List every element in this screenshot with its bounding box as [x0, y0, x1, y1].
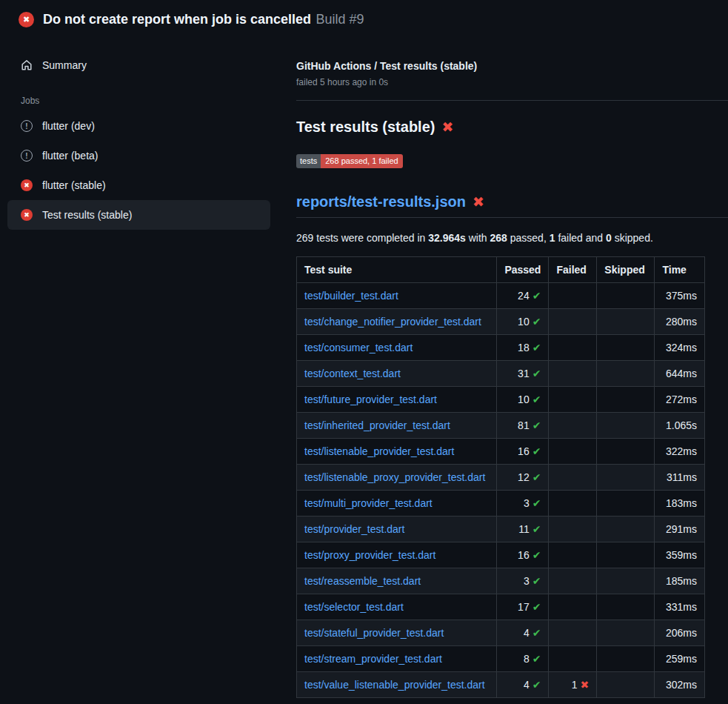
table-row: test/value_listenable_provider_test.dart… — [297, 672, 705, 698]
passed-cell: 3✔ — [497, 491, 549, 517]
tests-status-badge: tests 268 passed, 1 failed — [296, 154, 403, 168]
test-suite-link[interactable]: test/stream_provider_test.dart — [304, 653, 442, 665]
pass-check-icon: ✔ — [532, 368, 541, 379]
neutral-status-icon: ! — [21, 150, 33, 162]
failed-cell — [549, 361, 597, 387]
test-suite-link[interactable]: test/future_provider_test.dart — [304, 393, 437, 405]
badge-value: 268 passed, 1 failed — [321, 154, 402, 168]
table-row: test/reassemble_test.dart3✔185ms — [297, 568, 705, 594]
table-row: test/provider_test.dart11✔291ms — [297, 517, 705, 542]
test-suite-link[interactable]: test/context_test.dart — [304, 368, 401, 379]
pass-check-icon: ✔ — [532, 471, 541, 483]
failed-cell — [549, 335, 597, 361]
skipped-cell — [597, 568, 655, 594]
table-row: test/future_provider_test.dart10✔272ms — [297, 387, 705, 413]
skipped-cell — [597, 491, 655, 517]
failed-x-icon: ✖ — [472, 195, 484, 209]
test-suite-cell: test/stateful_provider_test.dart — [297, 620, 497, 646]
section-title: Test results (stable) ✖ — [296, 119, 728, 136]
summary-seg: failed and — [555, 232, 607, 244]
sidebar-item-flutter-beta[interactable]: ! flutter (beta) — [7, 141, 270, 170]
time-cell: 291ms — [655, 517, 705, 542]
time-cell: 302ms — [655, 672, 705, 698]
skipped-cell — [597, 646, 655, 672]
table-row: test/proxy_provider_test.dart16✔359ms — [297, 542, 705, 568]
summary-seg: with — [466, 232, 490, 244]
test-suite-cell: test/value_listenable_provider_test.dart — [297, 672, 497, 698]
time-cell: 280ms — [655, 309, 705, 335]
divider — [296, 100, 728, 101]
page-title: Do not create report when job is cancell… — [43, 12, 311, 27]
skipped-cell — [597, 542, 655, 568]
jobs-section-label: Jobs — [21, 96, 278, 106]
pass-check-icon: ✔ — [532, 316, 541, 328]
time-cell: 375ms — [655, 283, 705, 309]
test-suite-link[interactable]: test/provider_test.dart — [304, 523, 404, 535]
passed-cell: 12✔ — [497, 465, 549, 491]
home-icon — [21, 59, 33, 71]
test-suite-cell: test/proxy_provider_test.dart — [297, 542, 497, 568]
test-suite-link[interactable]: test/value_listenable_provider_test.dart — [304, 679, 485, 691]
col-header-skipped: Skipped — [597, 257, 655, 283]
skipped-cell — [597, 387, 655, 413]
table-header-row: Test suite Passed Failed Skipped Time — [297, 257, 705, 283]
sidebar-item-flutter-stable[interactable]: ✖ flutter (stable) — [7, 170, 270, 200]
test-suite-link[interactable]: test/change_notifier_provider_test.dart — [304, 316, 481, 328]
sidebar-item-label: flutter (beta) — [42, 150, 98, 162]
time-cell: 324ms — [655, 335, 705, 361]
passed-cell: 17✔ — [497, 594, 549, 620]
test-suite-link[interactable]: test/multi_provider_test.dart — [304, 497, 433, 509]
section-title-text: Test results (stable) — [296, 119, 435, 136]
col-header-failed: Failed — [549, 257, 597, 283]
test-suite-link[interactable]: test/selector_test.dart — [304, 601, 404, 613]
fail-cross-icon: ✖ — [581, 679, 590, 691]
col-header-passed: Passed — [497, 257, 549, 283]
build-number: Build #9 — [316, 12, 364, 27]
test-suite-cell: test/provider_test.dart — [297, 517, 497, 542]
sidebar: Summary Jobs ! flutter (dev) ! flutter (… — [0, 38, 278, 698]
failed-cell — [549, 568, 597, 594]
table-row: test/stream_provider_test.dart8✔259ms — [297, 646, 705, 672]
failed-cell — [549, 646, 597, 672]
passed-cell: 81✔ — [497, 413, 549, 439]
test-suite-link[interactable]: test/stateful_provider_test.dart — [304, 627, 444, 639]
summary-seg: passed, — [507, 232, 550, 244]
table-row: test/multi_provider_test.dart3✔183ms — [297, 491, 705, 517]
skipped-cell — [597, 413, 655, 439]
skipped-cell — [597, 309, 655, 335]
pass-check-icon: ✔ — [532, 497, 541, 509]
failed-cell — [549, 439, 597, 465]
test-suite-link[interactable]: test/builder_test.dart — [304, 290, 398, 302]
pass-check-icon: ✔ — [532, 342, 541, 353]
failed-status-icon: ✖ — [21, 179, 33, 191]
table-row: test/selector_test.dart17✔331ms — [297, 594, 705, 620]
summary-failed-count: 1 — [550, 232, 555, 244]
summary-duration: 32.964s — [428, 232, 466, 244]
test-suite-link[interactable]: test/listenable_proxy_provider_test.dart — [304, 471, 485, 483]
skipped-cell — [597, 335, 655, 361]
time-cell: 185ms — [655, 568, 705, 594]
passed-cell: 3✔ — [497, 568, 549, 594]
test-suite-link[interactable]: test/listenable_provider_test.dart — [304, 445, 454, 457]
test-suite-cell: test/stream_provider_test.dart — [297, 646, 497, 672]
passed-cell: 11✔ — [497, 517, 549, 542]
sidebar-item-summary[interactable]: Summary — [7, 50, 270, 80]
time-cell: 206ms — [655, 620, 705, 646]
report-file-link[interactable]: reports/test-results.json — [296, 193, 466, 210]
time-cell: 272ms — [655, 387, 705, 413]
passed-cell: 24✔ — [497, 283, 549, 309]
badge-label: tests — [296, 154, 321, 168]
test-suite-cell: test/listenable_proxy_provider_test.dart — [297, 465, 497, 491]
skipped-cell — [597, 283, 655, 309]
test-suite-link[interactable]: test/inherited_provider_test.dart — [304, 419, 450, 431]
test-suite-link[interactable]: test/reassemble_test.dart — [304, 575, 421, 587]
sidebar-item-flutter-dev[interactable]: ! flutter (dev) — [7, 111, 270, 141]
sidebar-item-test-results-stable[interactable]: ✖ Test results (stable) — [7, 200, 270, 230]
failed-cell — [549, 491, 597, 517]
table-row: test/stateful_provider_test.dart4✔206ms — [297, 620, 705, 646]
test-suite-cell: test/inherited_provider_test.dart — [297, 413, 497, 439]
pass-check-icon: ✔ — [532, 523, 541, 535]
test-suite-link[interactable]: test/proxy_provider_test.dart — [304, 549, 435, 561]
test-suite-cell: test/context_test.dart — [297, 361, 497, 387]
test-suite-link[interactable]: test/consumer_test.dart — [304, 342, 413, 353]
